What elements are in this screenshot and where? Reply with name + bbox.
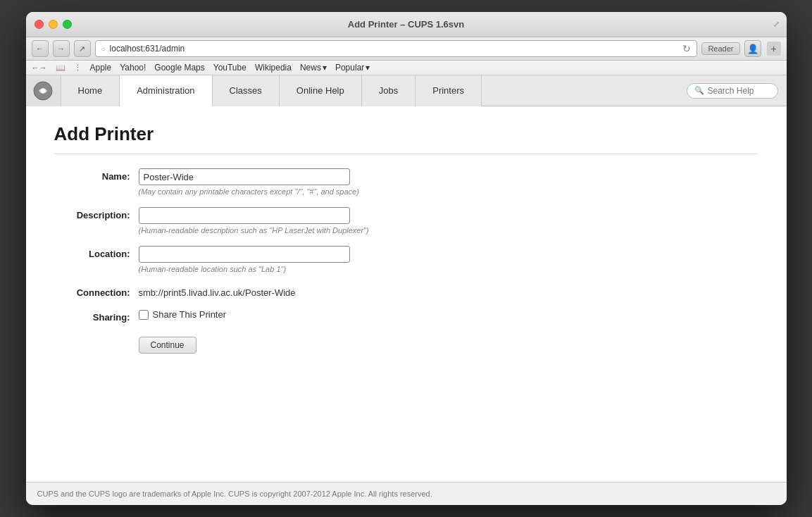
- secure-icon: ○: [101, 45, 106, 53]
- tab-home[interactable]: Home: [61, 75, 120, 106]
- name-input[interactable]: [139, 168, 350, 185]
- location-label: Location:: [54, 246, 139, 259]
- tab-classes[interactable]: Classes: [213, 75, 280, 106]
- bookmarks-bar: ←→ 📖 ⋮ Apple Yahoo! Google Maps YouTube …: [26, 61, 787, 75]
- cups-search-area: 🔍: [678, 83, 787, 99]
- connection-row: Connection: smb://print5.livad.liv.ac.uk…: [54, 285, 758, 298]
- bookmark-google-maps[interactable]: Google Maps: [154, 63, 204, 73]
- bookmark-apple[interactable]: Apple: [90, 63, 112, 73]
- browser-toolbar: ← → ↗ ○ localhost:631/admin ↻ Reader 👤 +: [26, 37, 787, 61]
- bookmark-news-label: News: [300, 63, 321, 73]
- minimize-button[interactable]: [49, 20, 58, 29]
- bookmark-popular-label: Popular: [335, 63, 364, 73]
- reader-button[interactable]: Reader: [701, 42, 739, 55]
- cups-nav: Home Administration Classes Online Help …: [26, 75, 787, 106]
- name-row: Name: (May contain any printable charact…: [54, 168, 758, 196]
- url-text: localhost:631/admin: [110, 44, 185, 54]
- resize-icon[interactable]: ⤢: [773, 20, 780, 29]
- profile-button[interactable]: 👤: [744, 40, 761, 57]
- window-title: Add Printer – CUPS 1.6svn: [348, 19, 464, 30]
- reading-list-icon[interactable]: 📖: [56, 63, 65, 73]
- tab-online-help[interactable]: Online Help: [280, 75, 362, 106]
- titlebar: Add Printer – CUPS 1.6svn ⤢: [26, 12, 787, 37]
- sharing-checkbox[interactable]: [139, 310, 149, 320]
- footer-text: CUPS and the CUPS logo are trademarks of…: [37, 490, 432, 498]
- bookmark-yahoo[interactable]: Yahoo!: [120, 63, 146, 73]
- popular-dropdown-arrow: ▾: [366, 63, 370, 73]
- search-input[interactable]: [708, 86, 770, 96]
- name-label: Name:: [54, 168, 139, 182]
- search-icon: 🔍: [694, 86, 704, 95]
- sharing-control: Share This Printer: [139, 309, 227, 320]
- page-title: Add Printer: [54, 123, 758, 154]
- sharing-label: Sharing:: [54, 309, 139, 323]
- sharing-row: Sharing: Share This Printer: [54, 309, 758, 323]
- bookmark-popular-dropdown[interactable]: Popular ▾: [335, 63, 370, 73]
- description-label: Description:: [54, 207, 139, 220]
- continue-button[interactable]: Continue: [139, 337, 196, 354]
- cups-tabs: Home Administration Classes Online Help …: [61, 75, 678, 106]
- tab-jobs[interactable]: Jobs: [362, 75, 416, 106]
- address-bar[interactable]: ○ localhost:631/admin ↻: [95, 40, 698, 57]
- continue-row: Continue: [54, 334, 758, 354]
- name-hint: (May contain any printable characters ex…: [139, 187, 359, 196]
- news-dropdown-arrow: ▾: [323, 63, 327, 73]
- location-row: Location: (Human-readable location such …: [54, 246, 758, 273]
- search-wrapper[interactable]: 🔍: [687, 83, 778, 99]
- footer: CUPS and the CUPS logo are trademarks of…: [26, 482, 787, 505]
- main-content: Add Printer Name: (May contain any print…: [26, 106, 787, 482]
- tab-printers[interactable]: Printers: [416, 75, 482, 106]
- back-button[interactable]: ←: [32, 40, 49, 57]
- browser-window: Add Printer – CUPS 1.6svn ⤢ ← → ↗ ○ loca…: [26, 12, 787, 505]
- bookmark-youtube[interactable]: YouTube: [213, 63, 246, 73]
- cups-logo[interactable]: [26, 75, 61, 106]
- svg-point-1: [41, 89, 45, 93]
- bookmark-wikipedia[interactable]: Wikipedia: [255, 63, 292, 73]
- location-input[interactable]: [139, 246, 350, 263]
- tab-administration[interactable]: Administration: [120, 75, 212, 106]
- bookmark-news-dropdown[interactable]: News ▾: [300, 63, 327, 73]
- location-field-group: (Human-readable location such as "Lab 1"…: [139, 246, 350, 273]
- name-field-group: (May contain any printable characters ex…: [139, 168, 359, 196]
- connection-value: smb://print5.livad.liv.ac.uk/Poster-Wide: [139, 285, 296, 298]
- refresh-button[interactable]: ↻: [682, 43, 691, 54]
- description-row: Description: (Human-readable description…: [54, 207, 758, 235]
- close-button[interactable]: [35, 20, 44, 29]
- description-input[interactable]: [139, 207, 350, 224]
- location-hint: (Human-readable location such as "Lab 1"…: [139, 265, 350, 273]
- new-tab-button[interactable]: +: [767, 42, 781, 56]
- forward-button[interactable]: →: [53, 40, 70, 57]
- maximize-button[interactable]: [63, 20, 72, 29]
- add-printer-form: Name: (May contain any printable charact…: [54, 168, 758, 354]
- share-button[interactable]: ↗: [74, 40, 91, 57]
- connection-label: Connection:: [54, 285, 139, 298]
- sharing-text: Share This Printer: [153, 309, 227, 320]
- titlebar-buttons: [35, 20, 72, 29]
- back-icon[interactable]: ←→: [32, 63, 47, 72]
- cups-logo-icon: [33, 81, 53, 101]
- grid-icon[interactable]: ⋮: [74, 63, 82, 73]
- description-field-group: (Human-readable description such as "HP …: [139, 207, 369, 235]
- description-hint: (Human-readable description such as "HP …: [139, 226, 369, 235]
